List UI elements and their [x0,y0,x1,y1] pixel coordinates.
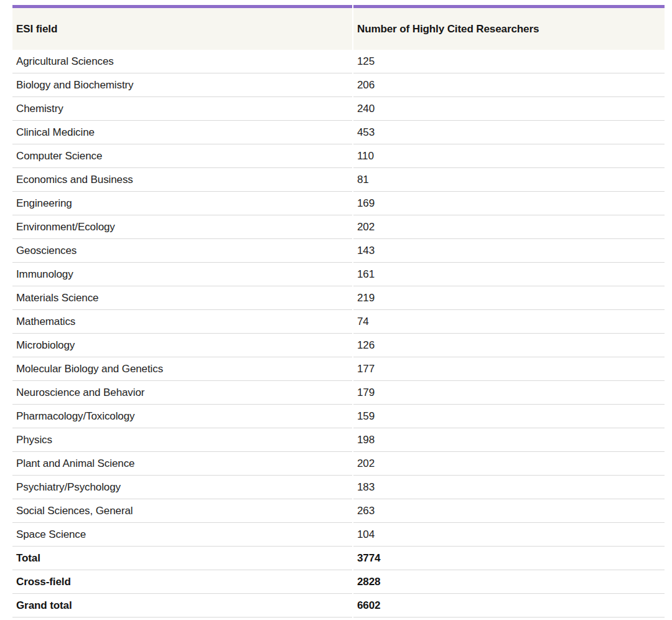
researcher-count-cell: 202 [353,452,665,476]
summary-row: Grand total6602 [12,594,665,618]
esi-field-cell: Mathematics [12,310,352,334]
researcher-count-cell: 202 [353,215,665,239]
researcher-count-cell: 169 [353,192,665,215]
researcher-count-cell: 198 [353,428,665,452]
researcher-count-cell: 6602 [353,594,665,618]
esi-field-cell: Pharmacology/Toxicology [12,405,352,428]
table-row: Molecular Biology and Genetics177 [12,357,665,381]
table-row: Microbiology126 [12,334,665,357]
col-header-highly-cited-count: Number of Highly Cited Researchers [353,5,665,50]
table-row: Mathematics74 [12,310,665,334]
col-header-esi-field: ESI field [12,5,352,50]
summary-row: Cross-field2828 [12,570,665,594]
researcher-count-cell: 81 [353,168,665,192]
table-row: Agricultural Sciences125 [12,50,665,73]
researcher-count-cell: 206 [353,73,665,97]
esi-field-cell: Plant and Animal Science [12,452,352,476]
researcher-count-cell: 3774 [353,547,665,570]
esi-field-cell: Clinical Medicine [12,121,352,144]
table-row: Clinical Medicine453 [12,121,665,144]
researcher-count-cell: 183 [353,476,665,499]
esi-field-table: ESI field Number of Highly Cited Researc… [11,5,666,618]
esi-field-cell: Total [12,547,352,570]
table-body: Agricultural Sciences125Biology and Bioc… [12,50,665,618]
table-row: Environment/Ecology202 [12,215,665,239]
esi-field-cell: Materials Science [12,286,352,310]
table-row: Biology and Biochemistry206 [12,73,665,97]
researcher-count-cell: 2828 [353,570,665,594]
esi-field-cell: Agricultural Sciences [12,50,352,73]
summary-row: Total3774 [12,547,665,570]
esi-field-cell: Engineering [12,192,352,215]
esi-field-cell: Neuroscience and Behavior [12,381,352,405]
table-row: Physics198 [12,428,665,452]
esi-field-cell: Molecular Biology and Genetics [12,357,352,381]
esi-field-cell: Psychiatry/Psychology [12,476,352,499]
esi-field-cell: Grand total [12,594,352,618]
esi-field-cell: Physics [12,428,352,452]
esi-field-cell: Geosciences [12,239,352,263]
researcher-count-cell: 159 [353,405,665,428]
esi-field-cell: Microbiology [12,334,352,357]
header-row: ESI field Number of Highly Cited Researc… [12,5,665,50]
researcher-count-cell: 104 [353,523,665,547]
table-row: Chemistry240 [12,97,665,121]
table-row: Psychiatry/Psychology183 [12,476,665,499]
table-row: Pharmacology/Toxicology159 [12,405,665,428]
researcher-count-cell: 177 [353,357,665,381]
table-row: Space Science104 [12,523,665,547]
table-row: Economics and Business81 [12,168,665,192]
table-row: Geosciences143 [12,239,665,263]
table-row: Immunology161 [12,263,665,286]
table-row: Materials Science219 [12,286,665,310]
researcher-count-cell: 143 [353,239,665,263]
esi-field-cell: Computer Science [12,144,352,168]
esi-field-cell: Immunology [12,263,352,286]
researcher-count-cell: 161 [353,263,665,286]
researcher-count-cell: 240 [353,97,665,121]
esi-field-cell: Economics and Business [12,168,352,192]
researcher-count-cell: 179 [353,381,665,405]
researcher-count-cell: 263 [353,499,665,523]
esi-field-cell: Biology and Biochemistry [12,73,352,97]
table-row: Computer Science110 [12,144,665,168]
esi-field-cell: Space Science [12,523,352,547]
table-row: Neuroscience and Behavior179 [12,381,665,405]
researcher-count-cell: 110 [353,144,665,168]
researcher-count-cell: 126 [353,334,665,357]
table-row: Engineering169 [12,192,665,215]
esi-field-cell: Environment/Ecology [12,215,352,239]
esi-field-cell: Cross-field [12,570,352,594]
table-row: Social Sciences, General263 [12,499,665,523]
researcher-count-cell: 219 [353,286,665,310]
researcher-count-cell: 125 [353,50,665,73]
researcher-count-cell: 453 [353,121,665,144]
table-row: Plant and Animal Science202 [12,452,665,476]
esi-field-cell: Social Sciences, General [12,499,352,523]
esi-table-container: ESI field Number of Highly Cited Researc… [11,5,666,618]
esi-field-cell: Chemistry [12,97,352,121]
researcher-count-cell: 74 [353,310,665,334]
